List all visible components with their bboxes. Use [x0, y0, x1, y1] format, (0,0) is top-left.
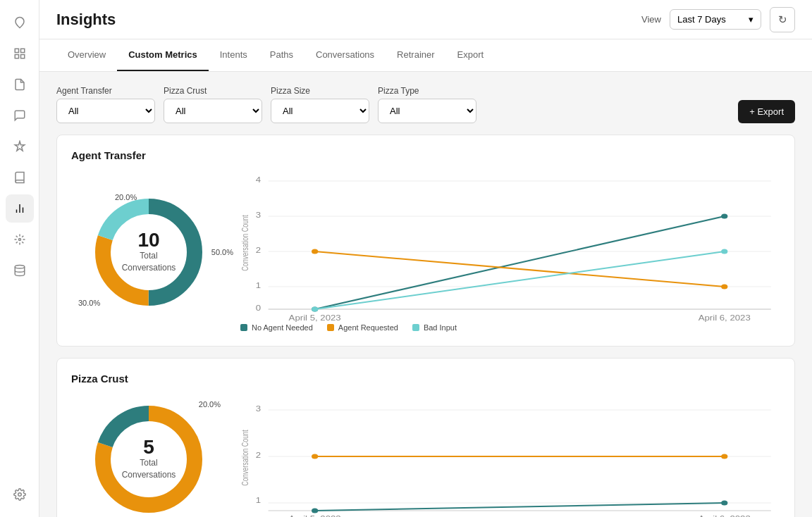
line-chart-svg-pizza: 3 2 1 Conversation Count [240, 401, 780, 514]
filter-pizza-size-select[interactable]: All [271, 99, 369, 123]
pct-label-agent-req: 30.0% [78, 299, 100, 307]
sidebar-item-knowledge[interactable] [6, 163, 34, 192]
svg-point-32 [312, 307, 318, 312]
svg-text:3: 3 [256, 211, 261, 219]
svg-text:April 5, 2023: April 5, 2023 [289, 515, 341, 517]
filter-pizza-size-label: Pizza Size [271, 86, 369, 96]
pizza-crust-body: 5 TotalConversations 20.0% 3 2 1 Convers… [71, 396, 780, 517]
legend-no-agent: No Agent Needed [240, 323, 313, 332]
agent-transfer-body: 10 TotalConversations 20.0% 50.0% 30.0% … [71, 173, 780, 332]
svg-text:April 6, 2023: April 6, 2023 [699, 314, 751, 322]
svg-text:1: 1 [256, 497, 261, 504]
content-area: Agent Transfer All Pizza Crust All Pizza… [39, 72, 812, 517]
svg-text:4: 4 [256, 176, 262, 184]
svg-text:Conversation Count: Conversation Count [240, 430, 250, 486]
svg-line-28 [315, 251, 725, 287]
svg-point-30 [721, 285, 727, 289]
svg-line-31 [315, 251, 725, 309]
agent-transfer-title: Agent Transfer [71, 149, 780, 161]
pizza-total-number: 5 [122, 437, 176, 457]
page-header: Insights View Last 7 Days ▾ ↻ [39, 0, 812, 39]
pizza-crust-title: Pizza Crust [71, 373, 780, 385]
pizza-crust-donut: 5 TotalConversations 20.0% [71, 396, 226, 517]
svg-rect-0 [15, 49, 18, 52]
legend-dot-bad-input [412, 324, 419, 331]
svg-rect-1 [20, 49, 24, 52]
sidebar-item-settings[interactable] [6, 480, 34, 509]
filter-pizza-crust-label: Pizza Crust [164, 86, 262, 96]
svg-text:April 6, 2023: April 6, 2023 [699, 515, 751, 517]
tab-overview[interactable]: Overview [56, 39, 117, 71]
tab-paths[interactable]: Paths [259, 39, 304, 71]
svg-point-33 [721, 249, 727, 254]
pizza-crust-chart: 3 2 1 Conversation Count [240, 401, 780, 517]
view-label: View [641, 14, 661, 25]
legend-agent-requested: Agent Requested [327, 323, 398, 332]
sidebar-item-documents[interactable] [6, 70, 34, 99]
sidebar-item-integrations[interactable] [6, 225, 34, 254]
svg-text:1: 1 [256, 282, 261, 289]
svg-rect-3 [20, 55, 24, 58]
filter-pizza-type: Pizza Type All [378, 86, 476, 123]
sidebar-item-analytics[interactable] [6, 194, 34, 223]
sidebar-item-dashboard[interactable] [6, 39, 34, 68]
filters-bar: Agent Transfer All Pizza Crust All Pizza… [56, 86, 795, 123]
filter-pizza-crust-select[interactable]: All [164, 99, 262, 123]
svg-text:April 5, 2023: April 5, 2023 [289, 314, 341, 322]
svg-point-8 [15, 266, 25, 269]
svg-line-25 [315, 216, 725, 309]
svg-text:2: 2 [256, 247, 261, 254]
svg-point-27 [721, 214, 727, 219]
agent-transfer-donut: 10 TotalConversations 20.0% 50.0% 30.0% [71, 189, 226, 316]
svg-line-49 [315, 503, 725, 511]
agent-transfer-legend: No Agent Needed Agent Requested Bad Inpu… [240, 323, 780, 332]
svg-text:2: 2 [256, 451, 261, 459]
donut-center-agent: 10 TotalConversations [122, 230, 176, 274]
page-title: Insights [56, 11, 116, 29]
tab-retrainer[interactable]: Retrainer [386, 39, 445, 71]
filter-pizza-type-select[interactable]: All [378, 99, 476, 123]
sidebar-item-data[interactable] [6, 256, 34, 285]
svg-text:3: 3 [256, 405, 261, 413]
legend-dot-no-agent [240, 324, 247, 331]
pizza-crust-card: Pizza Crust 5 TotalConversations 20.0% [56, 358, 795, 517]
legend-label-bad-input: Bad Input [424, 323, 457, 332]
filter-pizza-crust: Pizza Crust All [164, 86, 262, 123]
view-select-value: Last 7 Days [677, 14, 726, 25]
agent-transfer-chart: 4 3 2 1 0 Conversation Count [240, 173, 780, 332]
svg-point-48 [721, 454, 727, 459]
svg-point-29 [312, 249, 318, 254]
agent-total-label: TotalConversations [122, 250, 176, 274]
main-content: Insights View Last 7 Days ▾ ↻ Overview C… [39, 0, 812, 517]
refresh-button[interactable]: ↻ [770, 7, 795, 32]
donut-center-pizza: 5 TotalConversations [122, 437, 176, 481]
pizza-total-label: TotalConversations [122, 457, 176, 481]
tab-custom-metrics[interactable]: Custom Metrics [117, 39, 209, 71]
pct-label-pizza-thick: 20.0% [199, 400, 221, 409]
agent-transfer-card: Agent Transfer 10 TotalConversations [56, 135, 795, 347]
sidebar [0, 0, 39, 517]
export-button[interactable]: + Export [738, 100, 795, 123]
pct-label-bad-input: 20.0% [115, 193, 137, 201]
legend-label-no-agent: No Agent Needed [252, 323, 313, 332]
refresh-icon: ↻ [778, 13, 787, 26]
filter-pizza-size: Pizza Size All [271, 86, 369, 123]
tab-intents[interactable]: Intents [209, 39, 259, 71]
tab-export[interactable]: Export [446, 39, 496, 71]
sidebar-item-conversations[interactable] [6, 101, 34, 130]
tab-conversations[interactable]: Conversations [304, 39, 386, 71]
legend-dot-agent-req [327, 324, 334, 331]
filter-agent-transfer: Agent Transfer All [56, 86, 155, 123]
svg-point-7 [18, 239, 20, 241]
line-chart-svg-agent: 4 3 2 1 0 Conversation Count [240, 173, 780, 313]
legend-label-agent-req: Agent Requested [338, 323, 398, 332]
sidebar-item-logo[interactable] [6, 8, 34, 37]
svg-point-9 [18, 493, 21, 497]
agent-total-number: 10 [122, 230, 176, 250]
chevron-down-icon: ▾ [749, 14, 753, 25]
sidebar-item-ai[interactable] [6, 132, 34, 161]
pct-label-no-agent: 50.0% [211, 248, 233, 256]
svg-point-47 [312, 454, 318, 459]
filter-agent-transfer-select[interactable]: All [56, 99, 155, 123]
view-select[interactable]: Last 7 Days ▾ [670, 9, 761, 30]
